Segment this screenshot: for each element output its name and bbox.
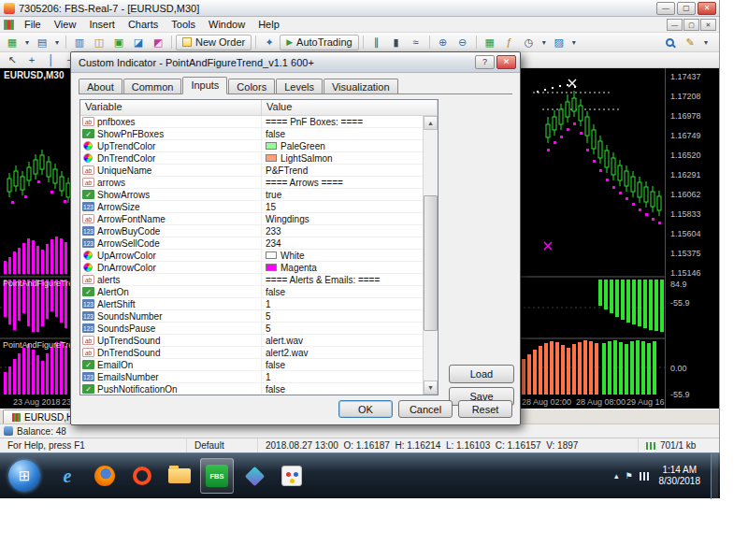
taskbar-browser-icon[interactable]: [125, 458, 159, 494]
input-row-ArrowSize[interactable]: 123ArrowSize15: [80, 201, 423, 213]
input-row-ShowArrows[interactable]: ✓ShowArrowstrue: [80, 189, 423, 201]
input-row-AlertShift[interactable]: 123AlertShift1: [80, 298, 423, 310]
input-row-EmailOn[interactable]: ✓EmailOnfalse: [80, 359, 423, 371]
data-window-icon[interactable]: ◫: [90, 35, 108, 50]
expert-advisors-icon[interactable]: ✦: [260, 35, 279, 50]
search-icon[interactable]: [660, 35, 679, 50]
strategy-tester-icon[interactable]: ◩: [149, 35, 167, 50]
taskbar-firefox-icon[interactable]: [88, 458, 122, 494]
toolbar-more-dropdown-icon[interactable]: ▾: [701, 35, 711, 50]
scroll-up-arrow[interactable]: ▲: [424, 116, 438, 130]
value-cell[interactable]: false: [262, 286, 423, 297]
input-row-SoundsNumber[interactable]: 123SoundsNumber5: [80, 310, 423, 323]
crosshair-icon[interactable]: +: [22, 53, 41, 66]
line-chart-icon[interactable]: ≈: [407, 35, 425, 50]
templates-icon[interactable]: ▨: [550, 35, 568, 50]
input-row-UpTrendSound[interactable]: abUpTrendSoundalert.wav: [80, 335, 423, 347]
taskbar-fbs-icon[interactable]: FBS: [200, 458, 234, 494]
input-row-arrows[interactable]: abarrows==== Arrows ====: [80, 177, 423, 189]
templates-dropdown-icon[interactable]: ▾: [569, 35, 579, 50]
value-cell[interactable]: 5: [262, 310, 423, 322]
taskbar-paint-icon[interactable]: [275, 458, 309, 494]
tab-common[interactable]: Common: [123, 79, 182, 93]
value-cell[interactable]: 234: [262, 237, 423, 249]
taskbar-ie-icon[interactable]: e: [50, 458, 84, 494]
value-cell[interactable]: LightSalmon: [262, 152, 423, 164]
reset-button[interactable]: Reset: [458, 400, 512, 418]
value-cell[interactable]: false: [262, 128, 423, 139]
value-cell[interactable]: 15: [262, 201, 423, 212]
candlestick-chart-icon[interactable]: ▮: [387, 35, 406, 50]
cancel-button[interactable]: Cancel: [398, 400, 453, 418]
profiles-dropdown-icon[interactable]: ▾: [52, 35, 62, 50]
menu-insert[interactable]: Insert: [82, 18, 122, 31]
value-cell[interactable]: alert.wav: [262, 335, 423, 346]
input-row-DnTrendColor[interactable]: DnTrendColorLightSalmon: [80, 152, 423, 165]
value-cell[interactable]: 5: [262, 323, 423, 334]
indicators-icon[interactable]: ƒ: [500, 35, 519, 50]
input-row-AlertOn[interactable]: ✓AlertOnfalse: [80, 286, 423, 298]
child-minimize-button[interactable]: —: [667, 19, 683, 31]
load-button[interactable]: Load: [449, 365, 514, 383]
menu-tools[interactable]: Tools: [165, 18, 202, 31]
taskbar-app-diamond-icon[interactable]: [237, 458, 271, 494]
new-order-button[interactable]: New Order: [176, 35, 252, 50]
periods-dropdown-icon[interactable]: ▾: [539, 35, 549, 50]
input-row-alerts[interactable]: abalerts==== Alerts & Emails: ====: [80, 274, 423, 286]
profiles-icon[interactable]: ▤: [33, 35, 51, 50]
tile-windows-icon[interactable]: ▦: [481, 35, 499, 50]
value-cell[interactable]: false: [262, 359, 423, 370]
input-row-EmailsNumber[interactable]: 123EmailsNumber1: [80, 371, 423, 383]
new-chart-icon[interactable]: ▦: [3, 35, 22, 50]
input-row-DnArrowColor[interactable]: DnArrowColorMagenta: [80, 262, 423, 274]
tab-levels[interactable]: Levels: [276, 79, 323, 93]
value-cell[interactable]: ==== PnF Boxes: ====: [262, 116, 423, 127]
bar-chart-icon[interactable]: ∥: [367, 35, 386, 50]
scroll-down-arrow[interactable]: ▼: [424, 381, 438, 395]
periods-icon[interactable]: ◷: [520, 35, 539, 50]
ok-button[interactable]: OK: [338, 400, 393, 418]
input-row-PushNotificationOn[interactable]: ✓PushNotificationOnfalse: [80, 383, 423, 395]
value-cell[interactable]: PaleGreen: [262, 140, 423, 151]
window-titlebar[interactable]: 7305206: FBS-Real-7 - [EURUSD,M30] — ▢ ✕: [0, 0, 719, 17]
value-cell[interactable]: ==== Alerts & Emails: ====: [262, 274, 423, 285]
tab-inputs[interactable]: Inputs: [182, 77, 227, 94]
value-cell[interactable]: false: [262, 383, 423, 395]
quick-edit-icon[interactable]: ✎: [681, 35, 699, 50]
menu-file[interactable]: File: [18, 18, 48, 31]
value-cell[interactable]: true: [262, 189, 423, 200]
menu-view[interactable]: View: [48, 18, 83, 31]
child-restore-button[interactable]: ▢: [683, 19, 699, 31]
action-center-flag-icon[interactable]: ⚑: [625, 471, 632, 481]
child-close-button[interactable]: ✕: [700, 19, 716, 31]
menu-window[interactable]: Window: [202, 18, 252, 31]
vertical-line-icon[interactable]: │: [42, 53, 61, 66]
start-button[interactable]: ⊞: [8, 460, 40, 492]
input-row-ArrowFontName[interactable]: abArrowFontNameWingdings: [80, 213, 423, 225]
autotrading-button[interactable]: ▶ AutoTrading: [280, 35, 358, 50]
input-row-ArrowBuyCode[interactable]: 123ArrowBuyCode233: [80, 225, 423, 237]
tab-visualization[interactable]: Visualization: [324, 79, 398, 93]
terminal-panel[interactable]: Balance: 48: [0, 424, 719, 438]
input-row-pnfboxes[interactable]: abpnfboxes==== PnF Boxes: ====: [80, 116, 423, 128]
dialog-titlebar[interactable]: Custom Indicator - PointAndFigureTrend_v…: [71, 52, 520, 73]
scrollbar-thumb[interactable]: [424, 195, 438, 331]
tab-about[interactable]: About: [79, 79, 122, 93]
column-header-variable[interactable]: Variable: [80, 100, 262, 115]
value-cell[interactable]: alert2.wav: [262, 347, 423, 358]
navigator-icon[interactable]: ▣: [109, 35, 128, 50]
zoom-in-icon[interactable]: ⊕: [434, 35, 453, 50]
value-cell[interactable]: 233: [262, 225, 423, 237]
value-cell[interactable]: Magenta: [262, 262, 423, 273]
taskbar-explorer-folder-icon[interactable]: [163, 458, 196, 494]
value-cell[interactable]: 1: [262, 371, 423, 382]
dialog-close-button[interactable]: ✕: [496, 55, 516, 69]
show-desktop-button[interactable]: [711, 453, 718, 499]
input-row-UpTrendColor[interactable]: UpTrendColorPaleGreen: [80, 140, 423, 152]
zoom-out-icon[interactable]: ⊖: [453, 35, 472, 50]
chart-system-icon[interactable]: [4, 20, 14, 30]
input-row-DnTrendSound[interactable]: abDnTrendSoundalert2.wav: [80, 347, 423, 359]
value-cell[interactable]: ==== Arrows ====: [262, 177, 423, 188]
dialog-help-button[interactable]: ?: [475, 55, 495, 69]
input-row-UniqueName[interactable]: abUniqueNameP&FTrend: [80, 165, 423, 177]
